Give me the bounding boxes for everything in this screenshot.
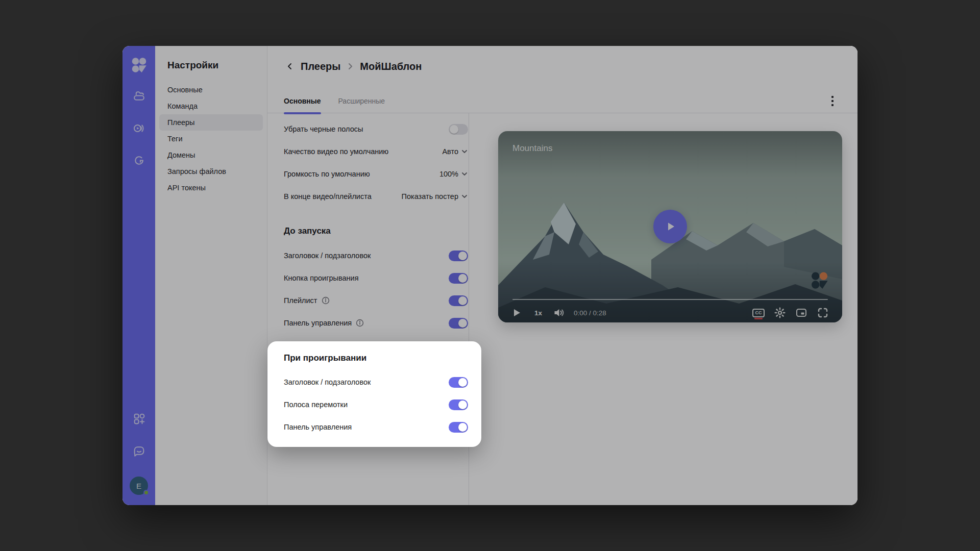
setting-row-control-panel-playback: Панель управления [267, 416, 481, 438]
toggle-control-panel-playback[interactable] [449, 422, 468, 433]
app-window: E Настройки Основные Команда Плееры Теги… [122, 46, 857, 505]
section-title-during-playback: При проигрывании [284, 352, 481, 364]
setting-row-seek-bar: Полоса перемотки [267, 393, 481, 416]
toggle-title-subtitle-playback[interactable] [449, 377, 468, 388]
during-playback-card: При проигрывании Заголовок / подзаголово… [267, 341, 481, 447]
toggle-seek-bar[interactable] [449, 399, 468, 410]
dim-overlay [122, 46, 857, 505]
setting-row-title-subtitle-playback: Заголовок / подзаголовок [267, 371, 481, 393]
